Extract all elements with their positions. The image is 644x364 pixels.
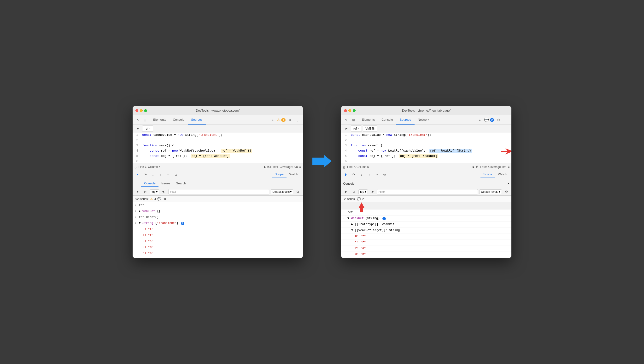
left-top-dropdown[interactable]: top ▾ (150, 190, 159, 194)
left-console-line-7: 2: "a" (133, 238, 303, 244)
left-console-clear-btn[interactable]: ⊘ (142, 189, 148, 195)
left-issues-bar: 92 Issues: ⚠ 4 💬 88 (133, 196, 303, 202)
left-devtools-toolbar: ↖ ⊞ Elements Console Sources » ⚠ 4 (133, 115, 303, 125)
right-eye-btn[interactable]: 👁 (369, 189, 375, 195)
left-run-icon[interactable]: ▶ (134, 125, 141, 132)
right-step-over-btn[interactable]: ↷ (351, 172, 357, 178)
left-levels-dropdown[interactable]: Default levels ▾ (271, 190, 293, 194)
tab-elements-left[interactable]: Elements (150, 115, 169, 124)
left-search-tab[interactable]: Search (173, 180, 189, 186)
left-file-tab-close[interactable]: × (149, 127, 151, 130)
right-debug-tabs: Scope Watch (481, 172, 510, 178)
tab-network-right[interactable]: Network (414, 115, 433, 124)
tab-sources-left[interactable]: Sources (188, 115, 206, 124)
left-kebab-icon[interactable]: ⋮ (294, 116, 301, 123)
left-status-bar: {} Line 7, Column 5 ▶ ⌘+Enter Coverage: … (133, 164, 303, 170)
right-more-tabs-icon[interactable]: » (476, 116, 483, 123)
left-console-gear-btn[interactable]: ⚙ (295, 189, 301, 195)
right-file-tab-close[interactable]: × (358, 127, 359, 130)
tab-console-right[interactable]: Console (378, 115, 396, 124)
right-issues-bar: 2 Issues: 💬 2 (341, 196, 511, 202)
left-wrap-icon[interactable]: ≡ (299, 165, 301, 168)
right-badge-info: 2 (490, 118, 494, 122)
left-eye-btn[interactable]: 👁 (161, 189, 167, 195)
right-run-icon[interactable]: ▶ (343, 125, 350, 132)
left-filter-input[interactable] (168, 189, 269, 194)
left-code-area: 1 const cacheValue = new String('transie… (133, 132, 303, 164)
left-run-btn[interactable]: ▶ ⌘+Enter (264, 165, 278, 168)
code-line-4-left: 4 const ref = new WeakRef(cacheValue); r… (133, 148, 303, 154)
left-console-toolbar: ▶ ⊘ top ▾ 👁 Default levels ▾ ⚙ (133, 188, 303, 196)
left-curly-icon: {} (134, 165, 137, 169)
right-deactivate-btn[interactable]: ⊘ (381, 172, 388, 178)
red-arrow-code (501, 148, 511, 156)
right-toolbar-right: » 💬 2 ⚙ ⋮ (476, 116, 510, 123)
tab-elements-right[interactable]: Elements (358, 115, 378, 124)
right-console-run-btn[interactable]: ▶ (343, 189, 349, 195)
left-console-tab[interactable]: Console (141, 180, 158, 186)
left-step-out-btn[interactable]: ↑ (157, 172, 164, 178)
right-wrap-icon[interactable]: ≡ (508, 165, 510, 168)
right-code-area: 1 const cacheValue = new String('transie… (341, 132, 511, 164)
right-step-btn[interactable]: → (374, 172, 380, 178)
left-badge-warning: 4 (281, 118, 286, 122)
right-step-into-btn[interactable]: ↓ (358, 172, 365, 178)
left-step-btn[interactable]: → (165, 172, 171, 178)
svg-marker-0 (312, 155, 332, 167)
right-line-col: Line 7, Column 5 (347, 165, 369, 168)
code-line-5-left: 5 const obj = { ref }; obj = {ref: WeakR… (133, 154, 303, 159)
left-title-bar: DevTools - www.photopea.com/ (133, 106, 303, 115)
tab-console-left[interactable]: Console (169, 115, 188, 124)
right-console-close[interactable]: × (507, 182, 510, 186)
right-code-container: 1 const cacheValue = new String('transie… (341, 132, 511, 164)
code-line-2-left: 2 (133, 138, 303, 143)
right-top-dropdown[interactable]: top ▾ (358, 190, 368, 194)
right-layers-icon[interactable]: ⊞ (350, 116, 357, 123)
right-watch-tab[interactable]: Watch (495, 172, 510, 178)
code-line-1-left: 1 const cacheValue = new String('transie… (133, 132, 303, 138)
right-cursor-icon[interactable]: ↖ (343, 116, 350, 123)
right-resume-btn[interactable]: ⏵ (343, 172, 349, 178)
right-file-tab-vm[interactable]: VM348 (363, 126, 377, 132)
code-line-5-right: 5 const obj = { ref }; obj = {ref: WeakR… (341, 154, 511, 159)
left-resume-btn[interactable]: ⏵ (134, 172, 141, 178)
right-minimize-button[interactable] (348, 109, 351, 112)
right-scope-tab[interactable]: Scope (481, 172, 495, 178)
right-close-button[interactable] (344, 109, 347, 112)
right-filter-input[interactable] (377, 189, 478, 194)
left-file-tab-ref[interactable]: ref × (142, 126, 153, 132)
code-line-6-right: 6 (341, 159, 511, 164)
right-toolbar-tabs: Elements Console Sources Network (358, 115, 433, 124)
left-minimize-button[interactable] (140, 109, 143, 112)
left-cursor-icon[interactable]: ↖ (134, 116, 141, 123)
left-more-tabs-icon[interactable]: » (269, 116, 276, 123)
left-console-run-btn[interactable]: ▶ (134, 189, 141, 195)
left-dot-menu[interactable]: ⋮ (134, 180, 141, 187)
right-console-gear-btn[interactable]: ⚙ (503, 189, 510, 195)
left-watch-tab[interactable]: Watch (287, 172, 301, 178)
right-levels-dropdown[interactable]: Default levels ▾ (479, 190, 502, 194)
left-file-tabs: ▶ ref × (133, 125, 303, 132)
left-issues-tab[interactable]: Issues (158, 180, 173, 186)
left-layers-icon[interactable]: ⊞ (142, 116, 148, 123)
code-line-3-left: 3 function save() { (133, 143, 303, 148)
tab-sources-right[interactable]: Sources (396, 115, 414, 124)
right-kebab-icon[interactable]: ⋮ (503, 116, 510, 123)
left-step-over-btn[interactable]: ↷ (142, 172, 148, 178)
left-console-line-3: › ref.deref() (133, 214, 303, 220)
left-scope-tab[interactable]: Scope (272, 172, 287, 178)
right-run-btn[interactable]: ▶ ⌘+Enter (473, 165, 487, 168)
right-issues-container: 2 Issues: 💬 2 (341, 196, 511, 202)
right-console-output: › ref ‹ ▼ WeakRef {String} i ▶ [[Prototy… (341, 210, 511, 258)
right-console-clear-btn[interactable]: ⊘ (351, 189, 357, 195)
left-deactivate-btn[interactable]: ⊘ (173, 172, 179, 178)
right-gear-icon[interactable]: ⚙ (495, 116, 502, 123)
right-maximize-button[interactable] (353, 109, 356, 112)
left-close-button[interactable] (135, 109, 138, 112)
right-status-bar: {} Line 7, Column 5 ▶ ⌘+Enter Coverage: … (341, 164, 511, 170)
left-gear-icon[interactable]: ⚙ (287, 116, 293, 123)
right-file-tab-ref[interactable]: ref × (351, 126, 362, 132)
left-maximize-button[interactable] (144, 109, 147, 112)
right-step-out-btn[interactable]: ↑ (366, 172, 372, 178)
left-step-into-btn[interactable]: ↓ (150, 172, 156, 178)
